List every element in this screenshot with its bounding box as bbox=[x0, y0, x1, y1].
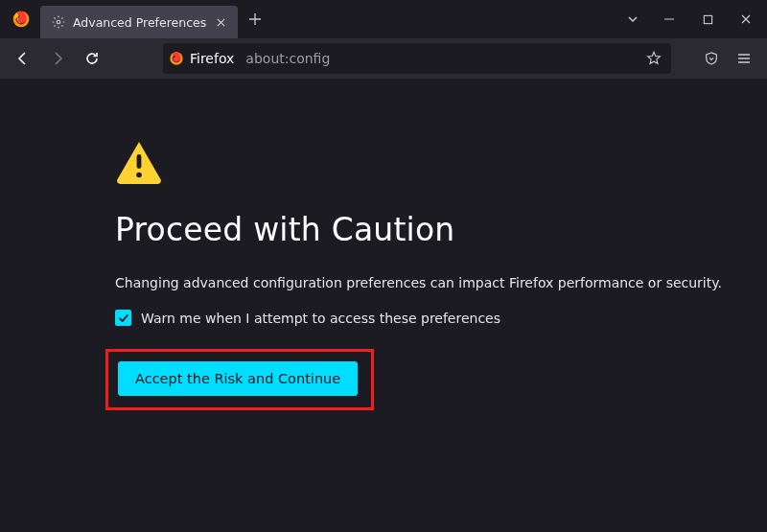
window-minimize-button[interactable] bbox=[652, 5, 686, 34]
reload-button[interactable] bbox=[77, 43, 107, 74]
navigation-toolbar: Firefox about:config bbox=[0, 38, 767, 79]
highlight-annotation: Accept the Risk and Continue bbox=[105, 349, 374, 410]
window-maximize-button[interactable] bbox=[690, 5, 725, 34]
page-heading: Proceed with Caution bbox=[115, 211, 767, 248]
url-bar[interactable]: Firefox about:config bbox=[163, 43, 671, 74]
warn-checkbox-label[interactable]: Warn me when I attempt to access these p… bbox=[141, 311, 500, 326]
url-host: Firefox bbox=[190, 51, 234, 66]
svg-rect-6 bbox=[137, 154, 142, 169]
firefox-app-icon bbox=[12, 10, 40, 29]
svg-rect-3 bbox=[704, 15, 711, 23]
tabs-dropdown-button[interactable] bbox=[614, 12, 652, 26]
window-close-button[interactable] bbox=[729, 5, 763, 34]
new-tab-button[interactable] bbox=[242, 6, 268, 33]
save-to-pocket-button[interactable] bbox=[696, 43, 727, 74]
about-config-warning-page: Proceed with Caution Changing advanced c… bbox=[0, 79, 767, 410]
gear-icon bbox=[52, 15, 65, 29]
tab-title: Advanced Preferences bbox=[73, 15, 213, 30]
url-path: about:config bbox=[245, 51, 330, 66]
application-menu-button[interactable] bbox=[729, 43, 759, 74]
back-button[interactable] bbox=[8, 43, 38, 74]
tab-close-button[interactable] bbox=[213, 14, 228, 30]
browser-tab[interactable]: Advanced Preferences bbox=[40, 6, 238, 38]
warning-description: Changing advanced configuration preferen… bbox=[115, 275, 767, 290]
svg-point-2 bbox=[57, 20, 60, 24]
firefox-identity-icon bbox=[169, 51, 184, 66]
svg-point-7 bbox=[136, 173, 142, 178]
bookmark-star-button[interactable] bbox=[642, 47, 665, 70]
window-titlebar: Advanced Preferences bbox=[0, 0, 767, 38]
warn-checkbox[interactable] bbox=[115, 310, 131, 326]
forward-button[interactable] bbox=[42, 43, 73, 74]
accept-risk-button[interactable]: Accept the Risk and Continue bbox=[118, 361, 358, 396]
warning-triangle-icon bbox=[115, 140, 767, 184]
